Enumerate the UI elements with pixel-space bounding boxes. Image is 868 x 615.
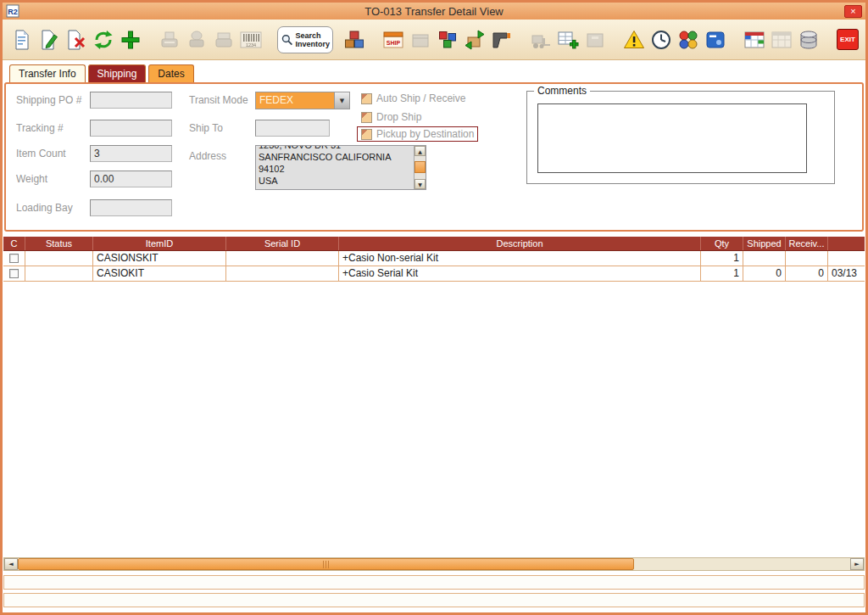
forklift-button[interactable] xyxy=(528,22,554,58)
receive-button[interactable] xyxy=(462,22,487,58)
transit-mode-label: Transit Mode xyxy=(189,94,248,106)
new-document-button[interactable] xyxy=(9,22,35,58)
search-inventory-button[interactable]: Search Inventory xyxy=(277,26,333,53)
loading-bay-label: Loading Bay xyxy=(16,202,73,214)
printer-icon xyxy=(186,29,208,51)
scroll-thumb[interactable] xyxy=(18,558,634,570)
shipping-po-input[interactable] xyxy=(90,92,172,109)
address-line: USA xyxy=(259,175,414,187)
crates-icon xyxy=(343,29,365,51)
window-button[interactable] xyxy=(703,22,728,58)
app-window-icon xyxy=(704,29,726,51)
cell-extra: 03/13 xyxy=(828,266,865,282)
drop-ship-checkbox[interactable] xyxy=(361,112,372,123)
cell-received xyxy=(786,251,828,266)
address-scrollbar[interactable]: ▲ ▼ xyxy=(414,146,426,189)
grid-view-button[interactable] xyxy=(742,22,767,58)
tab-shipping[interactable]: Shipping xyxy=(88,64,147,82)
tab-dates[interactable]: Dates xyxy=(148,64,193,82)
scroll-track[interactable] xyxy=(18,558,850,570)
row-checkbox[interactable] xyxy=(9,269,19,278)
database-button[interactable] xyxy=(796,22,821,58)
barcode-print-button[interactable]: 1234 xyxy=(238,22,264,58)
plus-icon xyxy=(120,29,142,51)
cell-qty: 1 xyxy=(701,266,743,282)
scroll-up-icon[interactable]: ▲ xyxy=(415,146,426,156)
refresh-icon xyxy=(92,29,114,51)
scroll-down-icon[interactable]: ▼ xyxy=(415,179,426,189)
crates-button[interactable] xyxy=(342,22,367,58)
edit-document-button[interactable] xyxy=(36,22,62,58)
status-bar-1 xyxy=(3,575,865,590)
tracking-input[interactable] xyxy=(90,120,172,137)
item-count-input[interactable]: 3 xyxy=(90,145,172,162)
toolbar: 1234 Search Inventory xyxy=(3,20,865,60)
scroll-right-icon[interactable]: ► xyxy=(850,558,864,570)
address-scroll-thumb[interactable] xyxy=(415,161,426,173)
cell-shipped xyxy=(743,251,786,266)
kit-items-button[interactable] xyxy=(435,22,460,58)
auto-ship-checkbox[interactable] xyxy=(361,93,372,104)
auto-ship-label: Auto Ship / Receive xyxy=(376,92,465,104)
table-row[interactable]: CASIOKIT +Casio Serial Kit 1 0 0 03/13 xyxy=(3,266,865,282)
close-button[interactable]: × xyxy=(844,5,862,18)
ship-to-label: Ship To xyxy=(189,122,223,134)
cubes-icon xyxy=(437,29,459,51)
cell-status xyxy=(25,266,93,282)
cell-description: +Casio Non-serial Kit xyxy=(339,251,701,266)
exit-button[interactable]: EXIT xyxy=(837,29,859,50)
scan-button[interactable] xyxy=(489,22,515,58)
refresh-button[interactable] xyxy=(91,22,116,58)
add-button[interactable] xyxy=(118,22,143,58)
table-row[interactable]: CASIONSKIT +Casio Non-serial Kit 1 xyxy=(3,251,865,266)
database-icon xyxy=(798,29,820,51)
printer-icon xyxy=(159,29,181,51)
chevron-down-icon[interactable]: ▼ xyxy=(334,92,349,109)
grid-view-button-2[interactable] xyxy=(769,22,794,58)
horizontal-scrollbar[interactable]: ◄ ► xyxy=(3,557,865,571)
tab-transfer-info[interactable]: Transfer Info xyxy=(9,64,86,82)
cell-serialid xyxy=(226,251,339,266)
transit-mode-select[interactable]: FEDEX ▼ xyxy=(255,92,350,109)
address-listbox[interactable]: 1230, NOVO DR 31 SANFRANCISCO CALIFORNIA… xyxy=(255,145,426,190)
printer-button-1[interactable] xyxy=(157,22,182,58)
row-checkbox[interactable] xyxy=(9,254,19,263)
cell-shipped: 0 xyxy=(743,266,786,282)
ship-button[interactable]: SHIP xyxy=(381,22,406,58)
pickup-by-destination-checkbox-row[interactable]: Pickup by Destination xyxy=(357,126,478,142)
svg-text:1234: 1234 xyxy=(246,42,256,47)
drop-ship-label: Drop Ship xyxy=(376,111,421,123)
users-button[interactable] xyxy=(676,22,701,58)
printer-button-2[interactable] xyxy=(184,22,209,58)
header-itemid: ItemID xyxy=(93,237,226,250)
add-item-button[interactable] xyxy=(555,22,581,58)
item-count-label: Item Count xyxy=(16,148,66,159)
header-extra xyxy=(828,237,865,250)
header-status: Status xyxy=(25,237,93,250)
printer-button-3[interactable] xyxy=(211,22,236,58)
scroll-left-icon[interactable]: ◄ xyxy=(4,558,18,570)
drop-ship-checkbox-row[interactable]: Drop Ship xyxy=(361,111,421,123)
package-button[interactable] xyxy=(408,22,433,58)
auto-ship-checkbox-row[interactable]: Auto Ship / Receive xyxy=(361,92,465,104)
cell-itemid: CASIONSKIT xyxy=(93,251,226,266)
loading-bay-input[interactable] xyxy=(90,199,172,216)
archive-button[interactable] xyxy=(582,22,608,58)
history-button[interactable] xyxy=(648,22,674,58)
cell-serialid xyxy=(226,266,339,282)
delete-document-button[interactable] xyxy=(64,22,89,58)
pickup-by-destination-checkbox[interactable] xyxy=(361,129,372,140)
weight-input[interactable]: 0.00 xyxy=(90,171,172,187)
title-bar: R2 TO-013 Transfer Detail View × xyxy=(3,3,865,20)
header-description: Description xyxy=(339,237,701,250)
address-list: 1230, NOVO DR 31 SANFRANCISCO CALIFORNIA… xyxy=(256,146,414,189)
barcode-icon: 1234 xyxy=(240,29,262,51)
cell-extra xyxy=(828,251,865,266)
grid-header-row: C Status ItemID Serial ID Description Qt… xyxy=(3,237,865,251)
address-line: 94102 xyxy=(259,163,414,175)
alerts-button[interactable] xyxy=(621,22,647,58)
comments-textarea[interactable] xyxy=(537,103,807,173)
header-qty: Qty xyxy=(701,237,743,250)
ship-to-input[interactable] xyxy=(255,120,330,137)
exit-label: EXIT xyxy=(840,36,855,43)
